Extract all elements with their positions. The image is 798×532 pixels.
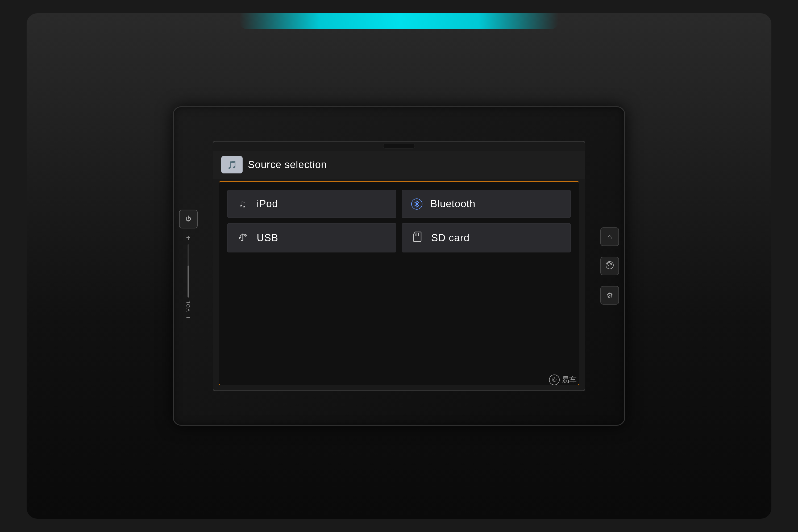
usb-icon xyxy=(237,232,249,244)
copyright-icon: © xyxy=(552,376,556,383)
screen-title: Source selection xyxy=(248,159,327,171)
watermark-logo: © xyxy=(549,375,560,385)
screen-slot xyxy=(383,144,415,148)
settings-button[interactable]: ⚙ xyxy=(600,286,619,305)
watermark: © 易车 xyxy=(549,375,577,385)
svg-point-12 xyxy=(606,262,613,269)
bluetooth-label: Bluetooth xyxy=(431,198,476,210)
volume-fill xyxy=(188,265,189,298)
sdcard-icon xyxy=(411,231,423,244)
ipod-button[interactable]: ♫ iPod xyxy=(227,190,396,218)
car-frame: ⏻ + VOL − 🎵 Source selection xyxy=(26,13,772,519)
music-note-icon: ♫ xyxy=(237,198,249,210)
left-controls: ⏻ + VOL − xyxy=(179,210,198,322)
right-controls: ⌂ ⚙ xyxy=(600,227,619,305)
volume-down-button[interactable]: − xyxy=(186,314,190,322)
header-bar: 🎵 Source selection xyxy=(213,151,585,179)
source-grid: ♫ iPod Bluetooth xyxy=(218,182,580,385)
home-icon: ⌂ xyxy=(608,232,612,241)
main-screen: 🎵 Source selection ♫ iPod xyxy=(213,141,585,391)
ipod-label: iPod xyxy=(257,198,278,210)
volume-track xyxy=(188,244,189,298)
sdcard-label: SD card xyxy=(431,232,470,244)
volume-control: + VOL − xyxy=(186,233,191,322)
media-icon: 🎵 xyxy=(227,160,237,169)
volume-up-button[interactable]: + xyxy=(186,233,190,242)
power-button[interactable]: ⏻ xyxy=(179,210,198,228)
volume-label: VOL xyxy=(186,300,191,311)
svg-rect-3 xyxy=(240,238,241,239)
usb-button[interactable]: USB xyxy=(227,223,396,252)
power-icon: ⏻ xyxy=(185,215,191,222)
bluetooth-icon xyxy=(411,198,422,210)
usb-label: USB xyxy=(257,232,278,244)
head-unit: ⏻ + VOL − 🎵 Source selection xyxy=(173,107,625,425)
home-button[interactable]: ⌂ xyxy=(600,227,619,246)
audio-button[interactable] xyxy=(600,257,619,275)
svg-point-13 xyxy=(610,263,611,265)
bluetooth-button[interactable]: Bluetooth xyxy=(402,190,571,218)
watermark-text: 易车 xyxy=(562,375,577,385)
audio-icon xyxy=(605,261,614,271)
gear-icon: ⚙ xyxy=(607,291,613,300)
sdcard-button[interactable]: SD card xyxy=(402,223,571,252)
header-icon: 🎵 xyxy=(221,156,243,173)
